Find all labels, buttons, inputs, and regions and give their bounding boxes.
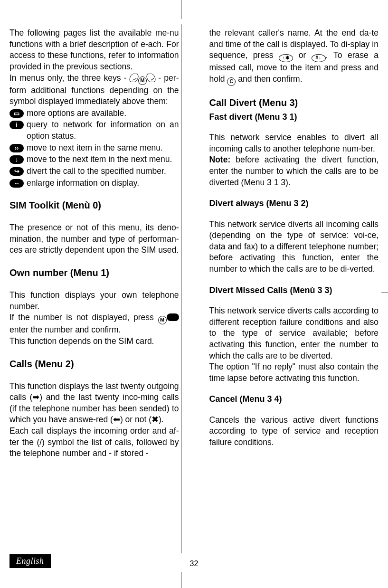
page: The following pages list the available m… [0,0,388,588]
own-number-p2b: enter the number and confirm. [9,325,121,334]
c-key-icon: C [227,77,236,86]
left-column: The following pages list the available m… [0,24,194,553]
pencil-key-icon-2 [146,74,157,82]
fast-divert-note: Note: before activating the divert funct… [209,154,379,188]
hash-key-icon: #↓ [312,54,326,62]
cancel-paragraph: Cancels the various active divert functi… [209,415,379,448]
option-text-2: query to network for information on an o… [27,119,179,142]
option-text-4: move to the next item in the next menu. [27,154,179,165]
option-item-3: ›› move to next item in the same menu. [9,142,179,154]
own-number-p2a: If the number is not displayed, press [9,313,158,322]
cancel-heading: Cancel (Menu 3 4) [209,393,379,405]
calls-p2: Each call displays the incoming order an… [9,426,179,459]
option-item-5: ↪ divert the call to the specified numbe… [9,166,179,177]
divert-missed-p2: The option "If no reply" must also conta… [209,361,379,384]
r-p1b: or [293,50,312,60]
sim-toolkit-paragraph: The presence or not of this menu, its de… [9,222,179,256]
divert-always-heading: Divert always (Menu 3 2) [209,198,379,209]
next-item-icon: ›› [9,144,24,152]
content: The following pages list the available m… [0,24,388,553]
option-text-1: more options are available. [27,108,179,119]
page-number: 32 [0,560,388,568]
enlarge-icon: ↔ [9,179,24,188]
option-item-1: ▭ more options are available. [9,108,179,119]
divert-missed-heading: Divert Missed Calls (Menù 3 3) [209,285,379,296]
fast-divert-heading: Fast divert (Menu 3 1) [209,111,379,123]
sim-toolkit-heading: SIM Toolkit (Menù 0) [9,199,179,212]
own-number-p2: If the number is not displayed, press M … [9,312,179,336]
divert-missed-p1: This network service diverts calls accor… [209,305,379,361]
option-item-6: ↔ enlarge information on display. [9,178,179,189]
option-item-2: i query to network for information on an… [9,119,179,142]
note-label: Note: [209,155,231,164]
own-number-heading: Own number (Menu 1) [9,266,179,279]
right-column: the relevant caller's name. At the end d… [194,24,388,553]
option-text-6: enlarge information on display. [27,178,179,189]
option-text-5: divert the call to the specified number. [27,166,179,177]
divert-icon: ↪ [9,167,24,176]
calls-p1: This function displays the last twenty o… [9,381,179,426]
calls-heading: Calls (Menu 2) [9,358,179,370]
own-number-p1: This function displays your own telephon… [9,290,179,312]
column-divider-top [181,0,181,19]
intro-paragraph: The following pages list the available m… [9,28,179,73]
fast-divert-p1: This network service enables to divert a… [209,132,379,154]
next-menu-icon: ↓ [9,155,24,164]
m-key-icon: M [138,76,147,85]
call-divert-heading: Call Divert (Menu 3) [209,96,379,109]
softkey-icon [167,313,179,321]
r-p1d: and then confirm. [236,74,302,84]
calls-continued: the relevant caller's name. At the end d… [209,28,379,86]
option-text-3: move to next item in the same menu. [27,142,179,154]
m-key-icon-2: M [158,316,167,324]
keys-text-a: In menus only, the three keys - [9,73,130,83]
note-text: before activating the divert function, e… [209,155,379,187]
own-number-p3: This function depends on the SIM card. [9,336,179,347]
options-icon: ▭ [9,109,24,118]
column-divider-bottom [181,572,181,588]
star-key-icon: ↑✱ [279,54,293,62]
pencil-key-icon [129,74,140,82]
info-icon: i [9,121,24,129]
option-item-4: ↓ move to the next item in the next menu… [9,154,179,165]
divert-always-paragraph: This network service diverts all incomin… [209,219,379,275]
keys-paragraph: In menus only, the three keys - M - per-… [9,73,179,107]
